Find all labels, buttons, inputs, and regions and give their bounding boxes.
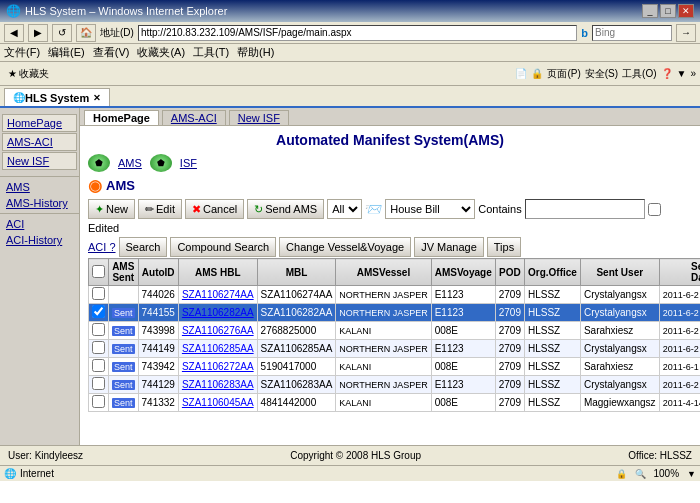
new-icon: ✦ — [95, 203, 104, 216]
edit-button[interactable]: ✏ Edit — [138, 199, 182, 219]
menu-edit[interactable]: 编辑(E) — [48, 45, 85, 60]
ams-icon: ⬟ — [88, 154, 110, 172]
menu-favorites[interactable]: 收藏夹(A) — [137, 45, 185, 60]
hbl-link[interactable]: SZA1106282AA — [182, 307, 254, 318]
menu-view[interactable]: 查看(V) — [93, 45, 130, 60]
all-select[interactable]: All — [327, 199, 362, 219]
table-row: Sent 743998 SZA1106276AA 2768825000 KALA… — [89, 322, 701, 340]
content-tab-ams-aci[interactable]: AMS-ACI — [162, 110, 226, 125]
isf-link[interactable]: ISF — [180, 157, 197, 169]
edited-checkbox[interactable] — [648, 203, 661, 216]
row-sent-user: Crystalyangsx — [580, 286, 659, 304]
home-button[interactable]: 🏠 — [76, 24, 96, 42]
contains-input[interactable] — [525, 199, 645, 219]
browser-tab-hls[interactable]: 🌐 HLS System ✕ — [4, 88, 110, 106]
row-checkbox-cell — [89, 304, 109, 322]
expand-icon: » — [690, 68, 696, 79]
th-ams-sent: AMSSent — [109, 259, 139, 286]
row-checkbox[interactable] — [92, 359, 105, 372]
sidebar-item-ams[interactable]: AMS — [0, 179, 79, 195]
send-ams-label: Send AMS — [265, 203, 317, 215]
hbl-link[interactable]: SZA1106272AA — [182, 361, 254, 372]
hbl-link[interactable]: SZA1106045AA — [182, 397, 254, 408]
select-all-checkbox[interactable] — [92, 265, 105, 278]
search-button[interactable]: Search — [119, 237, 168, 257]
th-pod: POD — [495, 259, 524, 286]
back-button[interactable]: ◀ — [4, 24, 24, 42]
content-tab-homepage[interactable]: HomePage — [84, 110, 159, 125]
tab-icon: 🌐 — [13, 92, 25, 103]
row-ams-hbl: SZA1106274AA — [178, 286, 257, 304]
hbl-link[interactable]: SZA1106276AA — [182, 325, 254, 336]
row-ams-voyage: E1123 — [431, 376, 495, 394]
row-org-office: HLSSZ — [525, 394, 581, 412]
ams-table-wrapper: AMSSent AutoID AMS HBL MBL AMSVessel AMS… — [80, 258, 700, 412]
row-org-office: HLSSZ — [525, 340, 581, 358]
restore-button[interactable]: □ — [660, 4, 676, 18]
row-sent-user: Maggiewxangsz — [580, 394, 659, 412]
row-checkbox[interactable] — [92, 341, 105, 354]
tab-homepage[interactable]: HomePage — [2, 114, 77, 132]
window-controls: _ □ ✕ — [642, 4, 694, 18]
security-icon: 🔒 — [531, 68, 543, 79]
tab-close-icon[interactable]: ✕ — [93, 93, 101, 103]
row-mbl: SZA1106285AA — [257, 340, 336, 358]
row-ams-vessel: NORTHERN JASPER — [336, 376, 431, 394]
menu-tools[interactable]: 工具(T) — [193, 45, 229, 60]
sent-badge: Sent — [112, 362, 135, 372]
change-vessel-button[interactable]: Change Vessel&Voyage — [279, 237, 411, 257]
cancel-button[interactable]: ✖ Cancel — [185, 199, 244, 219]
row-ams-hbl: SZA1106045AA — [178, 394, 257, 412]
favorites-button[interactable]: ★ 收藏夹 — [4, 66, 53, 82]
hbl-link[interactable]: SZA1106285AA — [182, 343, 254, 354]
new-button[interactable]: ✦ New — [88, 199, 135, 219]
row-checkbox[interactable] — [92, 305, 105, 318]
refresh-button[interactable]: ↺ — [52, 24, 72, 42]
row-pod: 2709 — [495, 376, 524, 394]
title-bar-left: 🌐 HLS System – Windows Internet Explorer — [6, 4, 227, 18]
hbl-link[interactable]: SZA1106274AA — [182, 289, 254, 300]
tab-new-isf[interactable]: New ISF — [2, 152, 77, 170]
address-input[interactable] — [138, 25, 577, 41]
tips-button[interactable]: Tips — [487, 237, 521, 257]
sidebar-item-aci[interactable]: ACI — [0, 216, 79, 232]
row-checkbox[interactable] — [92, 395, 105, 408]
row-mbl: 4841442000 — [257, 394, 336, 412]
row-checkbox-cell — [89, 340, 109, 358]
house-bill-select[interactable]: House Bill — [385, 199, 475, 219]
edit-icon: ✏ — [145, 203, 154, 216]
ie-status-left: 🌐 Internet — [4, 468, 54, 479]
th-checkbox — [89, 259, 109, 286]
row-checkbox[interactable] — [92, 377, 105, 390]
ie-status-text: Internet — [20, 468, 54, 479]
menu-file[interactable]: 文件(F) — [4, 45, 40, 60]
jv-manage-button[interactable]: JV Manage — [414, 237, 484, 257]
browser-search-button[interactable]: → — [676, 24, 696, 42]
row-checkbox[interactable] — [92, 323, 105, 336]
row-sent-user: Sarahxiesz — [580, 358, 659, 376]
row-auto-id: 741332 — [138, 394, 178, 412]
ams-toolbar-1: ✦ New ✏ Edit ✖ Cancel ↻ Send AMS All — [80, 197, 700, 236]
content-tab-new-isf[interactable]: New ISF — [229, 110, 289, 125]
row-sent: Sent — [109, 304, 139, 322]
menu-help[interactable]: 帮助(H) — [237, 45, 274, 60]
hbl-link[interactable]: SZA1106283AA — [182, 379, 254, 390]
sidebar-item-aci-history[interactable]: ACI-History — [0, 232, 79, 248]
minimize-button[interactable]: _ — [642, 4, 658, 18]
zoom-dropdown[interactable]: ▼ — [687, 469, 696, 479]
close-button[interactable]: ✕ — [678, 4, 694, 18]
forward-button[interactable]: ▶ — [28, 24, 48, 42]
ams-link[interactable]: AMS — [118, 157, 142, 169]
edit-label: Edit — [156, 203, 175, 215]
aci-link[interactable]: ACI ? — [88, 241, 116, 253]
sidebar-item-ams-history[interactable]: AMS-History — [0, 195, 79, 211]
row-checkbox[interactable] — [92, 287, 105, 300]
tab-ams-aci[interactable]: AMS-ACI — [2, 133, 77, 151]
row-auto-id: 744129 — [138, 376, 178, 394]
th-ams-voyage: AMSVoyage — [431, 259, 495, 286]
row-sent-user: Sarahxiesz — [580, 322, 659, 340]
compound-search-button[interactable]: Compound Search — [170, 237, 276, 257]
send-ams-button[interactable]: ↻ Send AMS — [247, 199, 324, 219]
content-area: HomePage AMS-ACI New ISF Automated Manif… — [80, 108, 700, 445]
browser-search-input[interactable] — [592, 25, 672, 41]
